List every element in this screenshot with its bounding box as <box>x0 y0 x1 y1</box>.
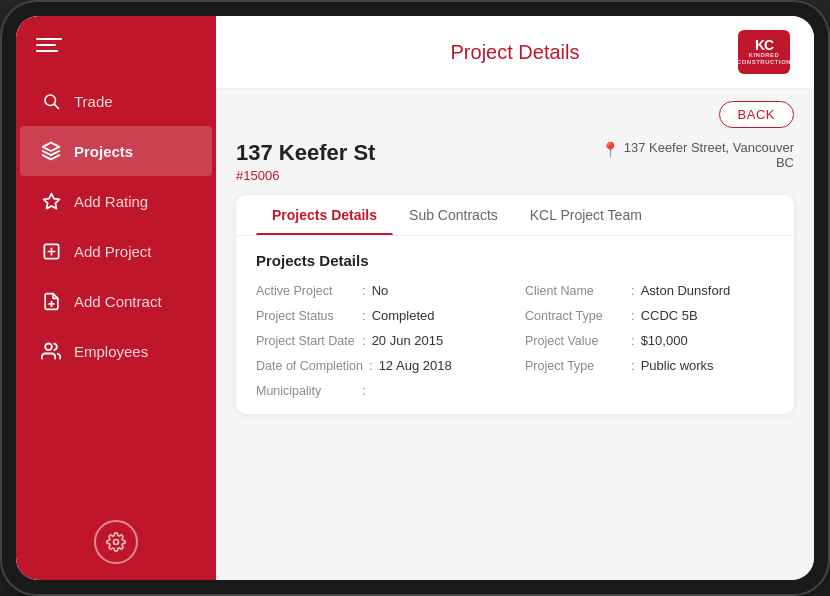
detail-project-status: Project Status : Completed <box>256 308 505 323</box>
label-contract-type: Contract Type <box>525 309 625 323</box>
top-bar: Project Details KC KINDREDCONSTRUCTION <box>216 16 814 89</box>
sidebar-item-add-rating[interactable]: Add Rating <box>20 176 212 226</box>
sidebar-nav: Trade Projects <box>16 68 216 504</box>
sidebar-footer <box>16 504 216 580</box>
svg-marker-2 <box>43 143 60 151</box>
project-header: 137 Keefer St #15006 📍 137 Keefer Street… <box>236 140 794 183</box>
label-active-project: Active Project <box>256 284 356 298</box>
label-project-status: Project Status <box>256 309 356 323</box>
sidebar-header <box>16 16 216 68</box>
tab-kcl-project-team[interactable]: KCL Project Team <box>514 195 658 235</box>
tab-project-details[interactable]: Projects Details <box>256 195 393 235</box>
address-line2: BC <box>624 155 794 170</box>
sidebar-item-trade[interactable]: Trade <box>20 76 212 126</box>
logo-kc: KC <box>755 38 773 52</box>
label-completion-date: Date of Completion <box>256 359 363 373</box>
detail-client-name: Client Name : Aston Dunsford <box>525 283 774 298</box>
sidebar: Trade Projects <box>16 16 216 580</box>
project-name: 137 Keefer St <box>236 140 375 166</box>
details-card: Projects Details Sub Contracts KCL Proje… <box>236 195 794 414</box>
back-row: BACK <box>236 101 794 128</box>
value-active-project: No <box>372 283 389 298</box>
label-municipality: Municipality <box>256 384 356 398</box>
menu-button[interactable] <box>36 38 62 52</box>
logo-subtitle: KINDREDCONSTRUCTION <box>737 52 791 66</box>
details-right-column: Client Name : Aston Dunsford Contract Ty… <box>525 283 774 398</box>
value-client-name: Aston Dunsford <box>641 283 731 298</box>
details-grid: Active Project : No Project Status : Com… <box>256 283 774 398</box>
label-project-type: Project Type <box>525 359 625 373</box>
details-left-column: Active Project : No Project Status : Com… <box>256 283 505 398</box>
add-project-icon <box>40 240 62 262</box>
logo: KC KINDREDCONSTRUCTION <box>738 30 790 74</box>
value-project-type: Public works <box>641 358 714 373</box>
back-button[interactable]: BACK <box>719 101 794 128</box>
detail-completion-date: Date of Completion : 12 Aug 2018 <box>256 358 505 373</box>
sidebar-item-projects[interactable]: Projects <box>20 126 212 176</box>
projects-icon <box>40 140 62 162</box>
svg-point-9 <box>45 344 52 351</box>
star-icon <box>40 190 62 212</box>
address-line1: 137 Keefer Street, Vancouver <box>624 140 794 155</box>
label-project-value: Project Value <box>525 334 625 348</box>
employees-icon <box>40 340 62 362</box>
sidebar-item-employees-label: Employees <box>74 343 148 360</box>
detail-municipality: Municipality : <box>256 383 505 398</box>
value-completion-date: 12 Aug 2018 <box>379 358 452 373</box>
value-project-status: Completed <box>372 308 435 323</box>
sidebar-item-add-contract[interactable]: Add Contract <box>20 276 212 326</box>
sidebar-item-trade-label: Trade <box>74 93 113 110</box>
contract-icon <box>40 290 62 312</box>
svg-line-1 <box>54 104 58 108</box>
search-icon <box>40 90 62 112</box>
details-section: Projects Details Active Project : No <box>236 236 794 414</box>
label-client-name: Client Name <box>525 284 625 298</box>
sidebar-item-add-rating-label: Add Rating <box>74 193 148 210</box>
detail-project-type: Project Type : Public works <box>525 358 774 373</box>
label-start-date: Project Start Date <box>256 334 356 348</box>
detail-active-project: Active Project : No <box>256 283 505 298</box>
sidebar-item-add-project-label: Add Project <box>74 243 152 260</box>
value-project-value: $10,000 <box>641 333 688 348</box>
value-contract-type: CCDC 5B <box>641 308 698 323</box>
project-info: 137 Keefer St #15006 <box>236 140 375 183</box>
svg-marker-3 <box>43 193 59 208</box>
detail-start-date: Project Start Date : 20 Jun 2015 <box>256 333 505 348</box>
address-text: 137 Keefer Street, Vancouver BC <box>624 140 794 170</box>
detail-project-value: Project Value : $10,000 <box>525 333 774 348</box>
sidebar-item-add-project[interactable]: Add Project <box>20 226 212 276</box>
settings-button[interactable] <box>94 520 138 564</box>
sidebar-item-employees[interactable]: Employees <box>20 326 212 376</box>
tablet-frame: Trade Projects <box>0 0 830 596</box>
project-address: 📍 137 Keefer Street, Vancouver BC <box>601 140 794 170</box>
sidebar-item-projects-label: Projects <box>74 143 133 160</box>
tab-sub-contracts[interactable]: Sub Contracts <box>393 195 514 235</box>
detail-contract-type: Contract Type : CCDC 5B <box>525 308 774 323</box>
tablet-screen: Trade Projects <box>16 16 814 580</box>
sidebar-item-add-contract-label: Add Contract <box>74 293 162 310</box>
section-title: Projects Details <box>256 252 774 269</box>
tab-bar: Projects Details Sub Contracts KCL Proje… <box>236 195 794 236</box>
project-number: #15006 <box>236 168 375 183</box>
page-title: Project Details <box>292 41 738 64</box>
svg-point-10 <box>114 540 119 545</box>
main-content: Project Details KC KINDREDCONSTRUCTION B… <box>216 16 814 580</box>
value-start-date: 20 Jun 2015 <box>372 333 444 348</box>
content-area: BACK 137 Keefer St #15006 📍 137 Keefer S… <box>216 89 814 580</box>
location-icon: 📍 <box>601 141 620 159</box>
